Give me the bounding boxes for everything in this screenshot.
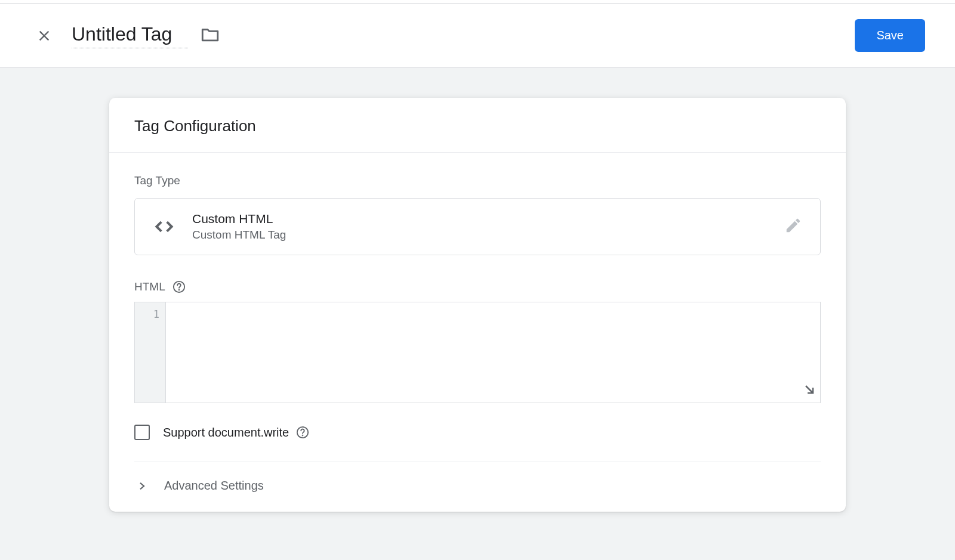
html-code-editor[interactable]: 1 — [134, 302, 821, 403]
tag-name-input[interactable] — [72, 23, 188, 48]
close-icon — [36, 27, 53, 44]
checkbox-label: Support document.write — [163, 426, 289, 440]
html-label: HTML — [134, 280, 165, 293]
tag-type-label: Tag Type — [134, 174, 821, 187]
help-icon — [296, 426, 309, 439]
line-number: 1 — [135, 308, 165, 320]
tag-type-description: Custom HTML Tag — [192, 228, 784, 242]
folder-icon — [200, 24, 220, 45]
editor-textarea[interactable] — [166, 302, 820, 403]
header: Save — [0, 4, 955, 68]
edit-tag-type-button[interactable] — [784, 216, 802, 237]
advanced-settings-label: Advanced Settings — [164, 479, 264, 493]
card-title: Tag Configuration — [134, 117, 821, 135]
folder-button[interactable] — [200, 24, 220, 47]
svg-point-1 — [178, 290, 179, 290]
resize-handle[interactable] — [802, 382, 817, 399]
svg-point-4 — [303, 435, 303, 436]
advanced-settings-toggle[interactable]: Advanced Settings — [134, 462, 821, 512]
code-icon — [153, 215, 175, 238]
tag-type-selector[interactable]: Custom HTML Custom HTML Tag — [134, 198, 821, 255]
svg-line-2 — [806, 386, 813, 393]
pencil-icon — [784, 216, 802, 234]
save-button[interactable]: Save — [855, 19, 925, 52]
tag-type-name: Custom HTML — [192, 212, 784, 226]
document-write-help-button[interactable] — [296, 426, 309, 439]
support-document-write-checkbox[interactable] — [134, 425, 150, 440]
editor-gutter: 1 — [135, 302, 166, 403]
close-button[interactable] — [30, 21, 58, 50]
tag-configuration-card: Tag Configuration Tag Type Custom HTML C… — [109, 98, 846, 512]
html-help-button[interactable] — [172, 280, 186, 293]
resize-icon — [802, 382, 817, 397]
chevron-right-icon — [137, 481, 147, 491]
help-icon — [172, 280, 186, 293]
